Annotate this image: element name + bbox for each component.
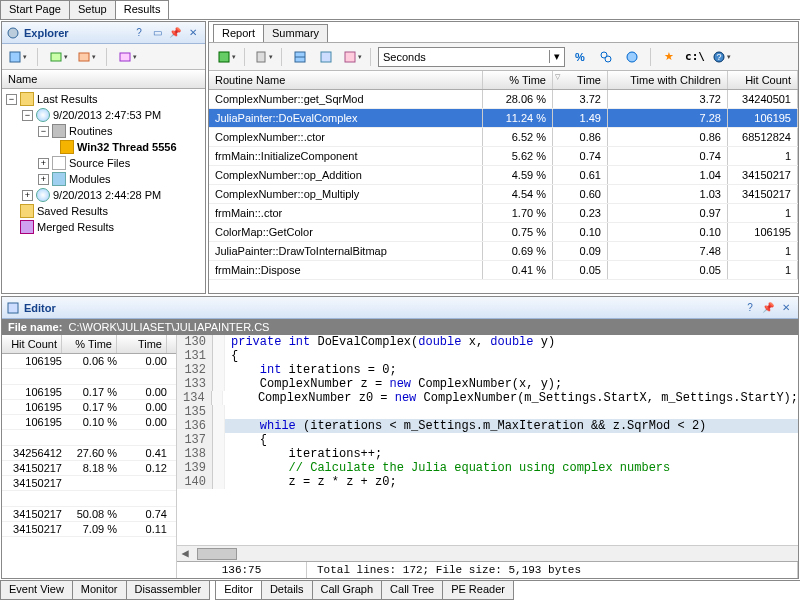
table-row[interactable]: JuliaPainter::DrawToInternalBitmap0.69 %…: [209, 242, 798, 261]
tab-results[interactable]: Results: [115, 0, 170, 19]
tab-pe-reader[interactable]: PE Reader: [442, 581, 514, 600]
code-line[interactable]: 130private int DoEvalComplex(double x, d…: [177, 335, 798, 349]
report-tool-clipboard[interactable]: [252, 47, 274, 67]
tree-timestamp-1[interactable]: 9/20/2013 2:47:53 PM: [53, 109, 161, 121]
svg-rect-5: [219, 52, 229, 62]
dropdown-icon[interactable]: ▭: [149, 25, 165, 41]
explorer-icon: [6, 26, 20, 40]
col-time-with-children[interactable]: Time with Children: [608, 71, 728, 89]
col-hit-count[interactable]: Hit Count: [2, 335, 62, 353]
expand-icon[interactable]: −: [38, 126, 49, 137]
tree-modules[interactable]: Modules: [69, 173, 111, 185]
code-line[interactable]: 131{: [177, 349, 798, 363]
tab-setup[interactable]: Setup: [69, 0, 116, 19]
tree-timestamp-2[interactable]: 9/20/2013 2:44:28 PM: [53, 189, 161, 201]
explorer-tool-2[interactable]: [47, 47, 69, 67]
explorer-toolbar: [2, 44, 205, 70]
explorer-tool-3[interactable]: [75, 47, 97, 67]
tree-source-files[interactable]: Source Files: [69, 157, 130, 169]
expand-icon[interactable]: +: [22, 190, 33, 201]
expand-icon[interactable]: −: [22, 110, 33, 121]
tab-call-graph[interactable]: Call Graph: [312, 581, 383, 600]
report-toolbar: ▾ % ★ c:\ ?: [209, 43, 798, 71]
pin-icon[interactable]: 📌: [760, 300, 776, 316]
close-icon[interactable]: ✕: [185, 25, 201, 41]
tree-routines[interactable]: Routines: [69, 125, 112, 137]
table-row[interactable]: ComplexNumber::op_Multiply4.54 %0.601.03…: [209, 185, 798, 204]
code-line[interactable]: 133 ComplexNumber z = new ComplexNumber(…: [177, 377, 798, 391]
editor-titlebar: Editor ? 📌 ✕: [2, 297, 798, 319]
help-icon[interactable]: ?: [742, 300, 758, 316]
name-column-header[interactable]: Name: [2, 70, 205, 89]
expand-icon[interactable]: −: [6, 94, 17, 105]
col-percent-time[interactable]: % Time: [483, 71, 553, 89]
code-lines[interactable]: 130private int DoEvalComplex(double x, d…: [177, 335, 798, 545]
scroll-thumb[interactable]: [197, 548, 237, 560]
col-hit-count[interactable]: Hit Count: [728, 71, 798, 89]
svg-rect-9: [321, 52, 331, 62]
code-line[interactable]: 136 while (iterations < m_Settings.m_Max…: [177, 419, 798, 433]
tab-start-page[interactable]: Start Page: [0, 0, 70, 19]
table-row[interactable]: ComplexNumber::op_Addition4.59 %0.611.04…: [209, 166, 798, 185]
tab-details[interactable]: Details: [261, 581, 313, 600]
code-line[interactable]: 140 z = z * z + z0;: [177, 475, 798, 489]
svg-rect-16: [8, 303, 18, 313]
table-row[interactable]: frmMain::InitializeComponent5.62 %0.740.…: [209, 147, 798, 166]
table-row[interactable]: frmMain::Dispose0.41 %0.050.051: [209, 261, 798, 280]
close-icon[interactable]: ✕: [778, 300, 794, 316]
code-line[interactable]: 139 // Calculate the Julia equation usin…: [177, 461, 798, 475]
tab-monitor[interactable]: Monitor: [72, 581, 127, 600]
explorer-tool-1[interactable]: [6, 47, 28, 67]
table-row[interactable]: frmMain::.ctor1.70 %0.230.971: [209, 204, 798, 223]
tree-last-results[interactable]: Last Results: [37, 93, 98, 105]
table-row[interactable]: ColorMap::GetColor0.75 %0.100.10106195: [209, 223, 798, 242]
tab-report[interactable]: Report: [213, 24, 264, 42]
report-tool-globe[interactable]: [621, 47, 643, 67]
tab-disassembler[interactable]: Disassembler: [126, 581, 211, 600]
col-time[interactable]: Time: [117, 335, 167, 353]
counter-dropdown[interactable]: ▾: [378, 47, 565, 67]
report-tool-percent[interactable]: %: [569, 47, 591, 67]
report-tool-help[interactable]: ?: [710, 47, 732, 67]
hit-row: 3415021750.08 %0.74: [2, 507, 176, 522]
report-tool-columns[interactable]: [341, 47, 363, 67]
pin-icon[interactable]: 📌: [167, 25, 183, 41]
clock-icon: [36, 108, 50, 122]
expand-icon[interactable]: +: [38, 174, 49, 185]
tab-editor[interactable]: Editor: [215, 581, 262, 600]
col-percent-time[interactable]: % Time: [62, 335, 117, 353]
report-tool-star[interactable]: ★: [658, 47, 680, 67]
code-line[interactable]: 138 iterations++;: [177, 447, 798, 461]
help-icon[interactable]: ?: [131, 25, 147, 41]
col-routine-name[interactable]: Routine Name: [209, 71, 483, 89]
tab-summary[interactable]: Summary: [263, 24, 328, 42]
tree-win32-thread[interactable]: Win32 Thread 5556: [77, 141, 177, 153]
svg-rect-3: [79, 53, 89, 61]
report-tool-table[interactable]: [289, 47, 311, 67]
report-tool-export[interactable]: [215, 47, 237, 67]
file-info: Total lines: 172; File size: 5,193 bytes: [307, 562, 798, 578]
code-line[interactable]: 137 {: [177, 433, 798, 447]
tab-call-tree[interactable]: Call Tree: [381, 581, 443, 600]
thread-icon: [60, 140, 74, 154]
table-row[interactable]: ComplexNumber::get_SqrMod28.06 %3.723.72…: [209, 90, 798, 109]
expand-icon[interactable]: +: [38, 158, 49, 169]
counter-input[interactable]: [379, 51, 549, 63]
code-line[interactable]: 132 int iterations = 0;: [177, 363, 798, 377]
report-tool-grid[interactable]: [315, 47, 337, 67]
routines-grid: Routine Name % Time ▽Time Time with Chil…: [209, 71, 798, 293]
table-row[interactable]: JuliaPainter::DoEvalComplex11.24 %1.497.…: [209, 109, 798, 128]
code-line[interactable]: 134 ComplexNumber z0 = new ComplexNumber…: [177, 391, 798, 405]
tab-event-view[interactable]: Event View: [0, 581, 73, 600]
tree-merged-results[interactable]: Merged Results: [37, 221, 114, 233]
col-time[interactable]: ▽Time: [553, 71, 608, 89]
table-row[interactable]: ComplexNumber::.ctor6.52 %0.860.86685128…: [209, 128, 798, 147]
clock-icon: [36, 188, 50, 202]
code-line[interactable]: 135: [177, 405, 798, 419]
horizontal-scrollbar[interactable]: ◀: [177, 545, 798, 561]
report-tool-prompt[interactable]: c:\: [684, 47, 706, 67]
scroll-left-icon[interactable]: ◀: [177, 546, 193, 561]
explorer-tool-4[interactable]: [116, 47, 138, 67]
report-tool-link[interactable]: [595, 47, 617, 67]
tree-saved-results[interactable]: Saved Results: [37, 205, 108, 217]
